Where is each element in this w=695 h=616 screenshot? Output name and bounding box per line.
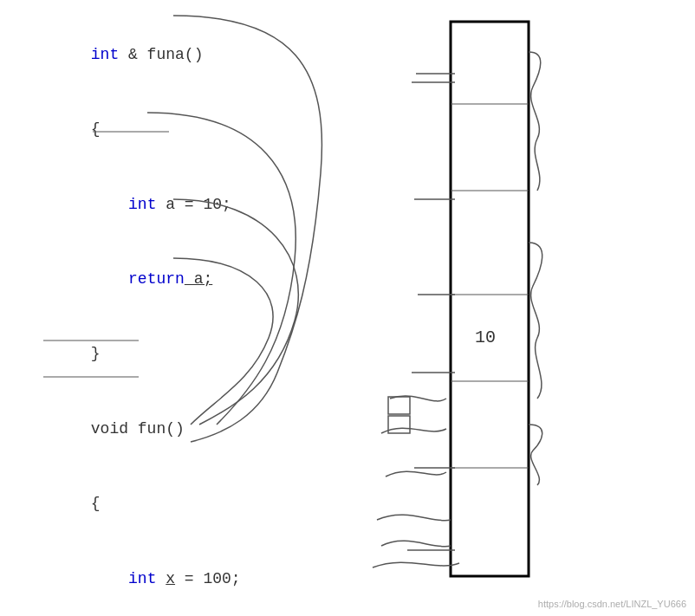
main-container: int & funa() { int a = 10; return a; } v… — [0, 0, 695, 616]
svg-rect-18 — [388, 416, 410, 433]
code-line-3: int a = 10; — [35, 167, 347, 242]
code-line-7: { — [35, 466, 347, 541]
code-line-6: void fun() — [35, 392, 347, 466]
svg-rect-17 — [388, 397, 410, 414]
watermark: https://blog.csdn.net/LINZL_YU666 — [538, 599, 686, 609]
code-line-8: int x = 100; — [35, 541, 347, 616]
svg-text:10: 10 — [475, 327, 496, 347]
code-section: int & funa() { int a = 10; return a; } v… — [0, 0, 364, 616]
diagram-svg: 10 — [364, 0, 695, 616]
code-line-2: { — [35, 92, 347, 166]
keyword-int-2: int — [128, 196, 156, 213]
keyword-int-1: int — [91, 46, 119, 63]
code-line-1: int & funa() — [35, 17, 347, 92]
code-line-5: } — [35, 317, 347, 392]
keyword-return: return — [128, 270, 185, 288]
svg-rect-3 — [451, 22, 529, 576]
code-text-1: & funa() — [119, 46, 203, 63]
diagram-section: 10 https://blog.csdn — [364, 0, 695, 616]
keyword-int-3: int — [128, 570, 156, 587]
code-line-4: return a; — [35, 242, 347, 316]
